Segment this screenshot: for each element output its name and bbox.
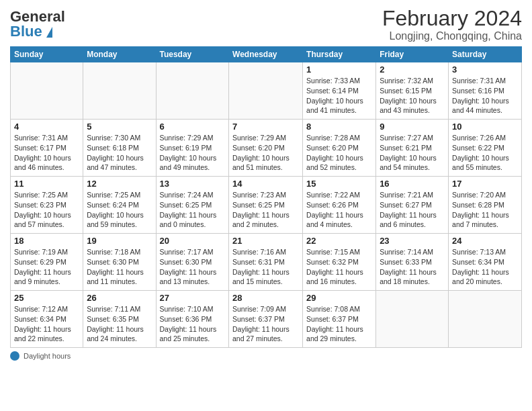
- day-number: 27: [160, 293, 226, 303]
- day-number: 29: [306, 293, 372, 303]
- day-cell: 23Sunrise: 7:14 AM Sunset: 6:33 PM Dayli…: [376, 234, 449, 291]
- day-number: 17: [452, 179, 518, 189]
- day-number: 3: [452, 64, 518, 75]
- day-cell: 21Sunrise: 7:16 AM Sunset: 6:31 PM Dayli…: [229, 234, 303, 291]
- day-info: Sunrise: 7:23 AM Sunset: 6:25 PM Dayligh…: [232, 190, 299, 230]
- day-info: Sunrise: 7:11 AM Sunset: 6:35 PM Dayligh…: [87, 304, 152, 344]
- day-cell: [229, 62, 303, 120]
- day-info: Sunrise: 7:32 AM Sunset: 6:15 PM Dayligh…: [380, 76, 445, 116]
- day-number: 23: [380, 236, 445, 246]
- day-info: Sunrise: 7:13 AM Sunset: 6:34 PM Dayligh…: [452, 247, 518, 287]
- day-info: Sunrise: 7:31 AM Sunset: 6:17 PM Dayligh…: [14, 133, 79, 173]
- day-number: 22: [306, 236, 372, 246]
- day-cell: 13Sunrise: 7:24 AM Sunset: 6:25 PM Dayli…: [156, 177, 229, 234]
- footer-note: Daylight hours: [10, 351, 522, 361]
- day-cell: 19Sunrise: 7:18 AM Sunset: 6:30 PM Dayli…: [83, 234, 156, 291]
- day-cell: [156, 62, 229, 120]
- day-info: Sunrise: 7:14 AM Sunset: 6:33 PM Dayligh…: [380, 247, 445, 287]
- day-info: Sunrise: 7:30 AM Sunset: 6:18 PM Dayligh…: [87, 133, 152, 173]
- week-row-2: 4Sunrise: 7:31 AM Sunset: 6:17 PM Daylig…: [11, 120, 522, 177]
- day-number: 4: [14, 122, 79, 132]
- daylight-icon: [10, 351, 19, 361]
- day-cell: 1Sunrise: 7:33 AM Sunset: 6:14 PM Daylig…: [303, 62, 376, 120]
- page-container: General Blue February 2024 Longjing, Cho…: [0, 0, 532, 367]
- day-info: Sunrise: 7:09 AM Sunset: 6:37 PM Dayligh…: [232, 304, 299, 344]
- day-info: Sunrise: 7:31 AM Sunset: 6:16 PM Dayligh…: [452, 76, 518, 116]
- day-info: Sunrise: 7:28 AM Sunset: 6:20 PM Dayligh…: [306, 133, 372, 173]
- day-cell: 10Sunrise: 7:26 AM Sunset: 6:22 PM Dayli…: [449, 120, 522, 177]
- day-cell: 18Sunrise: 7:19 AM Sunset: 6:29 PM Dayli…: [11, 234, 83, 291]
- col-header-friday: Friday: [376, 47, 449, 62]
- day-cell: 26Sunrise: 7:11 AM Sunset: 6:35 PM Dayli…: [83, 291, 156, 348]
- calendar-header-row: SundayMondayTuesdayWednesdayThursdayFrid…: [11, 47, 522, 62]
- day-number: 5: [87, 122, 152, 132]
- day-cell: 8Sunrise: 7:28 AM Sunset: 6:20 PM Daylig…: [303, 120, 376, 177]
- day-info: Sunrise: 7:29 AM Sunset: 6:20 PM Dayligh…: [232, 133, 299, 173]
- day-number: 10: [452, 122, 518, 132]
- calendar-table: SundayMondayTuesdayWednesdayThursdayFrid…: [10, 46, 522, 348]
- col-header-wednesday: Wednesday: [229, 47, 303, 62]
- day-cell: 9Sunrise: 7:27 AM Sunset: 6:21 PM Daylig…: [376, 120, 449, 177]
- day-cell: 4Sunrise: 7:31 AM Sunset: 6:17 PM Daylig…: [11, 120, 83, 177]
- day-cell: 7Sunrise: 7:29 AM Sunset: 6:20 PM Daylig…: [229, 120, 303, 177]
- day-info: Sunrise: 7:21 AM Sunset: 6:27 PM Dayligh…: [380, 190, 445, 230]
- day-number: 28: [232, 293, 299, 303]
- day-number: 7: [232, 122, 299, 132]
- day-number: 26: [87, 293, 152, 303]
- col-header-saturday: Saturday: [449, 47, 522, 62]
- location-title: Longjing, Chongqing, China: [382, 30, 522, 42]
- day-cell: 3Sunrise: 7:31 AM Sunset: 6:16 PM Daylig…: [449, 62, 522, 120]
- day-info: Sunrise: 7:29 AM Sunset: 6:19 PM Dayligh…: [160, 133, 226, 173]
- day-number: 16: [380, 179, 445, 189]
- day-cell: [449, 291, 522, 348]
- day-cell: 24Sunrise: 7:13 AM Sunset: 6:34 PM Dayli…: [449, 234, 522, 291]
- day-info: Sunrise: 7:20 AM Sunset: 6:28 PM Dayligh…: [452, 190, 518, 230]
- day-number: 2: [380, 64, 445, 75]
- day-cell: 27Sunrise: 7:10 AM Sunset: 6:36 PM Dayli…: [156, 291, 229, 348]
- day-number: 15: [306, 179, 372, 189]
- day-info: Sunrise: 7:12 AM Sunset: 6:34 PM Dayligh…: [14, 304, 79, 344]
- day-cell: 16Sunrise: 7:21 AM Sunset: 6:27 PM Dayli…: [376, 177, 449, 234]
- day-cell: 22Sunrise: 7:15 AM Sunset: 6:32 PM Dayli…: [303, 234, 376, 291]
- day-info: Sunrise: 7:17 AM Sunset: 6:30 PM Dayligh…: [160, 247, 226, 287]
- header: General Blue February 2024 Longjing, Cho…: [10, 7, 522, 42]
- day-number: 21: [232, 236, 299, 246]
- day-number: 8: [306, 122, 372, 132]
- week-row-5: 25Sunrise: 7:12 AM Sunset: 6:34 PM Dayli…: [11, 291, 522, 348]
- day-cell: [83, 62, 156, 120]
- day-number: 19: [87, 236, 152, 246]
- day-cell: 20Sunrise: 7:17 AM Sunset: 6:30 PM Dayli…: [156, 234, 229, 291]
- day-info: Sunrise: 7:26 AM Sunset: 6:22 PM Dayligh…: [452, 133, 518, 173]
- day-number: 24: [452, 236, 518, 246]
- logo-blue: Blue: [10, 23, 42, 40]
- day-cell: 11Sunrise: 7:25 AM Sunset: 6:23 PM Dayli…: [11, 177, 83, 234]
- day-cell: 6Sunrise: 7:29 AM Sunset: 6:19 PM Daylig…: [156, 120, 229, 177]
- day-number: 9: [380, 122, 445, 132]
- month-title: February 2024: [382, 7, 522, 30]
- day-cell: [11, 62, 83, 120]
- day-cell: 28Sunrise: 7:09 AM Sunset: 6:37 PM Dayli…: [229, 291, 303, 348]
- day-info: Sunrise: 7:24 AM Sunset: 6:25 PM Dayligh…: [160, 190, 226, 230]
- title-area: February 2024 Longjing, Chongqing, China: [382, 7, 522, 42]
- day-info: Sunrise: 7:19 AM Sunset: 6:29 PM Dayligh…: [14, 247, 79, 287]
- day-number: 14: [232, 179, 299, 189]
- col-header-monday: Monday: [83, 47, 156, 62]
- day-cell: 2Sunrise: 7:32 AM Sunset: 6:15 PM Daylig…: [376, 62, 449, 120]
- day-cell: 29Sunrise: 7:08 AM Sunset: 6:37 PM Dayli…: [303, 291, 376, 348]
- day-info: Sunrise: 7:15 AM Sunset: 6:32 PM Dayligh…: [306, 247, 372, 287]
- day-info: Sunrise: 7:08 AM Sunset: 6:37 PM Dayligh…: [306, 304, 372, 344]
- day-cell: 15Sunrise: 7:22 AM Sunset: 6:26 PM Dayli…: [303, 177, 376, 234]
- day-cell: 5Sunrise: 7:30 AM Sunset: 6:18 PM Daylig…: [83, 120, 156, 177]
- day-number: 11: [14, 179, 79, 189]
- week-row-4: 18Sunrise: 7:19 AM Sunset: 6:29 PM Dayli…: [11, 234, 522, 291]
- daylight-label: Daylight hours: [24, 352, 71, 360]
- day-cell: [376, 291, 449, 348]
- day-number: 25: [14, 293, 79, 303]
- day-info: Sunrise: 7:10 AM Sunset: 6:36 PM Dayligh…: [160, 304, 226, 344]
- day-info: Sunrise: 7:33 AM Sunset: 6:14 PM Dayligh…: [306, 76, 372, 116]
- day-info: Sunrise: 7:18 AM Sunset: 6:30 PM Dayligh…: [87, 247, 152, 287]
- day-number: 18: [14, 236, 79, 246]
- col-header-thursday: Thursday: [303, 47, 376, 62]
- day-info: Sunrise: 7:22 AM Sunset: 6:26 PM Dayligh…: [306, 190, 372, 230]
- day-number: 20: [160, 236, 226, 246]
